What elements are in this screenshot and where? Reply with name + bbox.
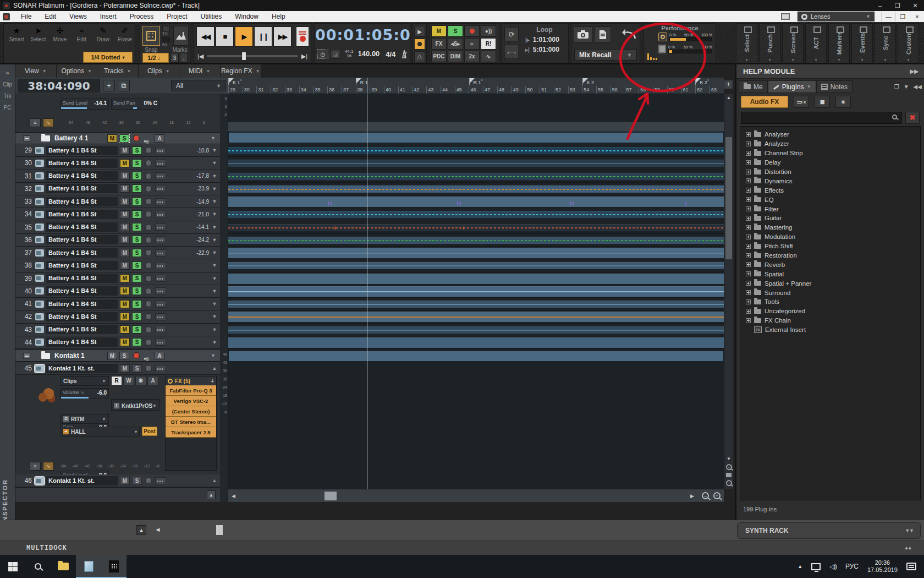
track-record-button[interactable] — [145, 249, 152, 256]
chevron-up-icon[interactable]: ▲ — [209, 478, 220, 483]
loop-start-time[interactable]: 1:01:000 — [533, 36, 559, 43]
automation-write-disabled-button[interactable]: ∿ — [481, 51, 496, 62]
plugin-folder-row[interactable]: Guitar — [740, 214, 920, 223]
tool-button[interactable]: ★ — [13, 26, 20, 36]
track-row[interactable]: 41 Battery 4 1 B4 St M S ▼ — [15, 298, 220, 310]
track-solo-button[interactable]: S — [132, 159, 142, 167]
chevron-down-icon[interactable]: ▼ — [211, 135, 216, 141]
audio-fx-button[interactable]: Audio FX — [741, 96, 788, 108]
clip-lane[interactable] — [228, 298, 724, 310]
expand-plus-icon[interactable] — [746, 244, 751, 249]
folder-mute-button[interactable]: M — [107, 352, 117, 360]
folder-track-kontakt[interactable]: Kontakt 1 M S A ▼ — [15, 350, 220, 362]
loop-toggle-button[interactable]: ⟳ — [504, 27, 519, 41]
audio-clip[interactable] — [228, 262, 724, 269]
tempo-display[interactable]: 140.00 — [358, 49, 381, 59]
zoom-slider[interactable] — [726, 473, 732, 477]
plugin-folder-row[interactable]: Distortion — [740, 167, 920, 177]
timeline-marker[interactable]: R 1* — [469, 78, 483, 85]
plugin-folder-row[interactable]: FX Chain — [740, 316, 920, 325]
go-to-start-button[interactable]: |◀ — [197, 53, 204, 60]
track-input-echo-icon[interactable] — [155, 339, 166, 346]
clip-lane[interactable] — [228, 310, 724, 323]
track-record-button[interactable] — [145, 237, 152, 243]
go-to-end-button[interactable]: ▶| — [301, 53, 307, 60]
close-button[interactable]: ✕ — [906, 0, 924, 11]
track-name[interactable]: Battery 4 1 B4 St — [46, 222, 118, 232]
track-input-echo-icon[interactable] — [155, 236, 166, 243]
folder-record-button[interactable] — [133, 135, 140, 141]
expand-plus-icon[interactable] — [746, 170, 751, 175]
audio-clip[interactable] — [228, 211, 724, 218]
reset-button[interactable]: R! — [481, 38, 496, 50]
track-solo-button[interactable]: S — [132, 249, 142, 257]
expand-plus-icon[interactable] — [746, 290, 751, 295]
chevron-down-icon[interactable]: ▼ — [209, 160, 220, 166]
expand-plus-icon[interactable] — [746, 318, 751, 323]
now-time-readout[interactable]: 38:04:090 — [18, 79, 100, 92]
undo-recall-button[interactable] — [621, 26, 637, 43]
chevron-down-icon[interactable]: ▼ — [209, 263, 220, 268]
expand-plus-icon[interactable] — [746, 206, 751, 211]
external-insert-row[interactable]: FX External Insert — [740, 325, 920, 335]
rewind-button[interactable]: ◀◀ — [196, 26, 215, 47]
track-mute-button[interactable]: M — [120, 477, 130, 485]
track-record-button[interactable] — [145, 173, 152, 179]
module-tab[interactable]: ACT — [805, 23, 827, 63]
track-row-46[interactable]: 46 Kontakt 1 Kt. st. M S ▲ — [15, 475, 220, 487]
loop-from-selection-button[interactable]: ⌐¬ — [504, 45, 519, 59]
marks-button[interactable] — [173, 26, 189, 46]
send-pan-field[interactable]: Send Pan0% C — [111, 99, 160, 110]
track-name[interactable]: Battery 4 1 B4 St — [46, 312, 118, 321]
chevron-up-icon[interactable]: ▲ — [209, 366, 220, 371]
track-row[interactable]: 31 Battery 4 1 B4 St M S -17.8 ▼ — [15, 170, 220, 183]
track-mute-button[interactable]: M — [120, 300, 130, 308]
tab-media[interactable]: Me — [739, 80, 768, 93]
menu-item[interactable]: Project — [160, 13, 194, 20]
track-input-echo-icon[interactable] — [155, 198, 166, 205]
track-input-echo-icon[interactable] — [155, 147, 166, 154]
fx-plugin-item[interactable]: (Center Stereo) — [166, 406, 216, 417]
snap-to-toggle[interactable] — [162, 26, 170, 31]
expand-plus-icon[interactable] — [746, 225, 751, 230]
track-row[interactable]: 36 Battery 4 1 B4 St M S -24.2 ▼ — [15, 234, 220, 247]
add-track-button[interactable]: + — [103, 80, 115, 91]
plugin-folder-row[interactable]: Delay — [740, 158, 920, 167]
track-solo-button[interactable]: S — [132, 198, 142, 206]
audio-clip[interactable] — [228, 337, 724, 348]
expand-plus-icon[interactable] — [746, 281, 751, 286]
plugin-folder-row[interactable]: Modulation — [740, 232, 920, 242]
chevron-down-icon[interactable]: ▼ — [209, 173, 220, 179]
track-mute-button[interactable]: M — [120, 274, 130, 282]
track-row[interactable]: 30 Battery 4 1 B4 St M S ▼ — [15, 157, 220, 170]
notepad-app-button[interactable] — [76, 555, 101, 578]
track-row[interactable]: 37 Battery 4 1 B4 St M S -22.9 ▼ — [15, 247, 220, 259]
track-input-echo-icon[interactable] — [155, 365, 166, 372]
stop-button[interactable]: ■ — [216, 26, 234, 47]
track-name[interactable]: Battery 4 1 B4 St — [46, 146, 118, 155]
clips-pane[interactable]: ⌇⌇ ⌇⌇ ⌇⌇ ⌇ + + — [228, 94, 724, 489]
fx-plugin-item[interactable]: Trackspacer 2.5 — [166, 427, 216, 438]
track-mute-button[interactable]: M — [120, 338, 130, 346]
plugin-folder-row[interactable]: Analyser — [740, 130, 920, 139]
waveform-icon[interactable]: ∿ — [43, 462, 54, 471]
scroll-down-icon[interactable]: ▼ — [727, 456, 731, 461]
inspector-tab-pc[interactable]: PC — [0, 105, 15, 111]
child-minimize-button[interactable]: — — [881, 12, 895, 21]
track-row[interactable]: 29 Battery 4 1 B4 St M S -10.8 ▼ — [15, 144, 220, 157]
track-name[interactable]: Battery 4 1 B4 St — [46, 325, 118, 334]
folder-automation-button[interactable]: A — [155, 352, 164, 360]
time-display[interactable]: 00:01:05:01 — [315, 24, 410, 43]
track-mute-button[interactable]: M — [120, 198, 130, 206]
track-name[interactable]: Kontakt 1 Kt. st. — [46, 476, 118, 486]
chevron-down-icon[interactable]: ▼ — [209, 225, 220, 230]
tab-notes[interactable]: Notes — [816, 80, 853, 93]
timeline-marker[interactable]: R 1 — [356, 78, 368, 85]
folder-automation-button[interactable]: A — [155, 134, 164, 143]
track-name[interactable]: Battery 4 1 B4 St — [46, 184, 118, 193]
track-solo-button[interactable]: S — [132, 477, 142, 485]
trackview-menu-item[interactable]: View▼ — [15, 64, 57, 78]
action-center-icon[interactable] — [906, 563, 916, 570]
audio-clip[interactable] — [228, 237, 724, 244]
chevron-double-up-icon[interactable]: ▲▲ — [905, 541, 912, 555]
